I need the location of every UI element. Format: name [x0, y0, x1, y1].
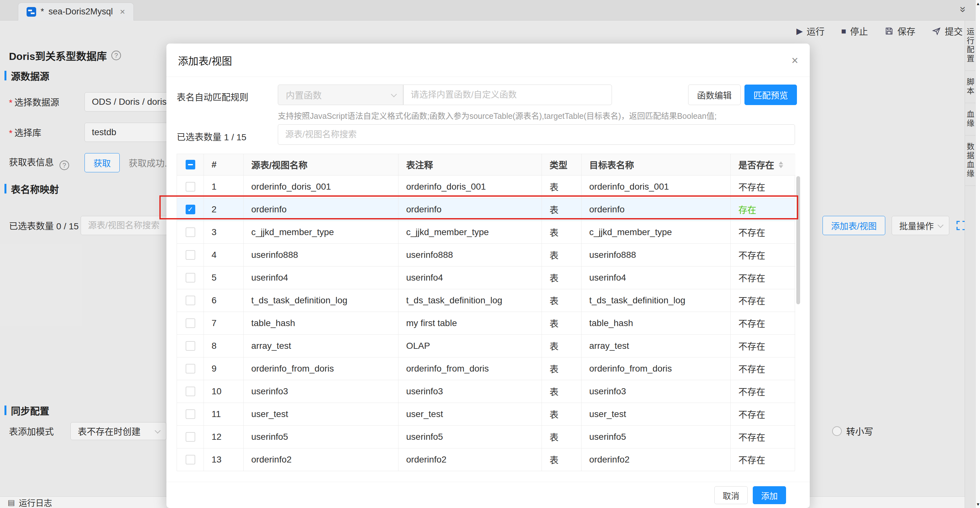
table-row[interactable]: 13 orderinfo2 orderinfo2 表 orderinfo2 不存…: [177, 448, 795, 471]
table-row[interactable]: 10 userinfo3 userinfo3 表 userinfo3 不存在: [177, 380, 795, 403]
row-source-name: array_test: [243, 334, 398, 357]
row-checkbox[interactable]: [186, 364, 195, 374]
table-row[interactable]: 9 orderinfo_from_doris orderinfo_from_do…: [177, 357, 795, 380]
row-target-name: c_jjkd_member_type: [582, 221, 731, 243]
col-header-comment: 表注释: [398, 154, 542, 175]
row-comment: OLAP: [398, 334, 542, 357]
chevron-down-icon: [391, 91, 396, 97]
row-type: 表: [542, 425, 582, 448]
col-header-target: 目标表名称: [582, 154, 731, 175]
row-index: 5: [204, 266, 243, 289]
add-table-view-modal: 添加表/视图 × 表名自动匹配规则 内置函数 函数编辑 匹配预览 支持按照Jav…: [166, 43, 810, 508]
row-exists: 不存在: [731, 403, 795, 425]
match-preview-button[interactable]: 匹配预览: [745, 85, 797, 105]
table-row[interactable]: 7 table_hash my first table 表 table_hash…: [177, 312, 795, 334]
row-checkbox[interactable]: [186, 432, 195, 442]
table-row[interactable]: 3 c_jjkd_member_type c_jjkd_member_type …: [177, 221, 795, 243]
row-type: 表: [542, 266, 582, 289]
table-row[interactable]: 1 orderinfo_doris_001 orderinfo_doris_00…: [177, 175, 795, 198]
row-comment: userinfo888: [398, 243, 542, 266]
row-type: 表: [542, 289, 582, 312]
row-target-name: table_hash: [582, 312, 731, 334]
col-header-index: #: [204, 154, 243, 175]
row-checkbox[interactable]: [186, 409, 195, 419]
modal-header: 添加表/视图: [166, 43, 810, 77]
table-row[interactable]: 4 userinfo888 userinfo888 表 userinfo888 …: [177, 243, 795, 266]
table-row[interactable]: 2 orderinfo orderinfo 表 orderinfo 存在: [177, 198, 795, 221]
row-checkbox[interactable]: [186, 250, 195, 260]
scroll-up-icon[interactable]: ▲: [976, 1, 980, 6]
col-header-source: 源表/视图名称: [243, 154, 398, 175]
modal-close-icon[interactable]: ×: [791, 54, 798, 67]
row-target-name: orderinfo: [582, 198, 731, 221]
modal-footer: 取消 添加: [166, 482, 810, 508]
row-source-name: orderinfo: [243, 198, 398, 221]
table-scrollbar-thumb[interactable]: [796, 176, 800, 304]
scroll-down-icon[interactable]: ▼: [976, 502, 980, 507]
row-exists: 不存在: [731, 357, 795, 380]
modal-search-input[interactable]: [278, 124, 795, 145]
row-index: 1: [204, 175, 243, 198]
row-type: 表: [542, 334, 582, 357]
row-target-name: orderinfo2: [582, 448, 731, 471]
match-rule-hint: 支持按照JavaScript语法自定义格式化函数;函数入参为sourceTabl…: [278, 110, 797, 121]
row-comment: my first table: [398, 312, 542, 334]
row-checkbox[interactable]: [186, 387, 195, 396]
row-checkbox[interactable]: [186, 455, 195, 465]
table-row[interactable]: 12 userinfo5 userinfo5 表 userinfo5 不存在: [177, 425, 795, 448]
row-type: 表: [542, 448, 582, 471]
row-target-name: user_test: [582, 403, 731, 425]
row-source-name: orderinfo_from_doris: [243, 357, 398, 380]
row-comment: userinfo5: [398, 425, 542, 448]
row-target-name: orderinfo_from_doris: [582, 357, 731, 380]
table-header-row: # 源表/视图名称 表注释 类型 目标表名称 是否存在: [177, 154, 795, 175]
col-header-exists[interactable]: 是否存在: [731, 154, 795, 175]
table-row[interactable]: 11 user_test user_test 表 user_test 不存在: [177, 403, 795, 425]
row-source-name: userinfo3: [243, 380, 398, 403]
function-input[interactable]: [403, 85, 612, 105]
modal-selected-count: 已选表数量 1 / 15: [177, 130, 247, 143]
row-checkbox[interactable]: [186, 341, 195, 351]
row-source-name: orderinfo2: [243, 448, 398, 471]
match-rule-label: 表名自动匹配规则: [177, 90, 248, 103]
row-target-name: array_test: [582, 334, 731, 357]
row-index: 8: [204, 334, 243, 357]
row-checkbox[interactable]: [186, 296, 195, 305]
function-edit-button[interactable]: 函数编辑: [688, 85, 741, 105]
table-row[interactable]: 8 array_test OLAP 表 array_test 不存在: [177, 334, 795, 357]
row-checkbox[interactable]: [186, 204, 195, 214]
row-target-name: userinfo5: [582, 425, 731, 448]
row-checkbox[interactable]: [186, 273, 195, 283]
row-checkbox[interactable]: [186, 182, 195, 192]
row-index: 11: [204, 403, 243, 425]
row-checkbox[interactable]: [186, 227, 195, 237]
row-index: 2: [204, 198, 243, 221]
row-target-name: t_ds_task_definition_log: [582, 289, 731, 312]
row-comment: user_test: [398, 403, 542, 425]
select-all-checkbox[interactable]: [186, 160, 195, 169]
row-exists: 不存在: [731, 175, 795, 198]
row-exists: 不存在: [731, 312, 795, 334]
row-exists: 不存在: [731, 448, 795, 471]
row-exists: 不存在: [731, 266, 795, 289]
add-button[interactable]: 添加: [753, 486, 786, 504]
row-source-name: c_jjkd_member_type: [243, 221, 398, 243]
builtin-function-select[interactable]: 内置函数: [278, 85, 403, 105]
cancel-button[interactable]: 取消: [714, 486, 748, 504]
row-source-name: userinfo888: [243, 243, 398, 266]
row-index: 10: [204, 380, 243, 403]
col-header-type: 类型: [542, 154, 582, 175]
row-index: 6: [204, 289, 243, 312]
table-row[interactable]: 5 userinfo4 userinfo4 表 userinfo4 不存在: [177, 266, 795, 289]
row-target-name: userinfo888: [582, 243, 731, 266]
page-scrollbar[interactable]: ▲ ▼: [975, 0, 980, 508]
row-checkbox[interactable]: [186, 318, 195, 328]
row-exists: 存在: [731, 198, 795, 221]
sort-icons[interactable]: [779, 161, 783, 168]
row-source-name: table_hash: [243, 312, 398, 334]
row-index: 13: [204, 448, 243, 471]
row-type: 表: [542, 175, 582, 198]
row-index: 12: [204, 425, 243, 448]
row-source-name: userinfo5: [243, 425, 398, 448]
table-row[interactable]: 6 t_ds_task_definition_log t_ds_task_def…: [177, 289, 795, 312]
